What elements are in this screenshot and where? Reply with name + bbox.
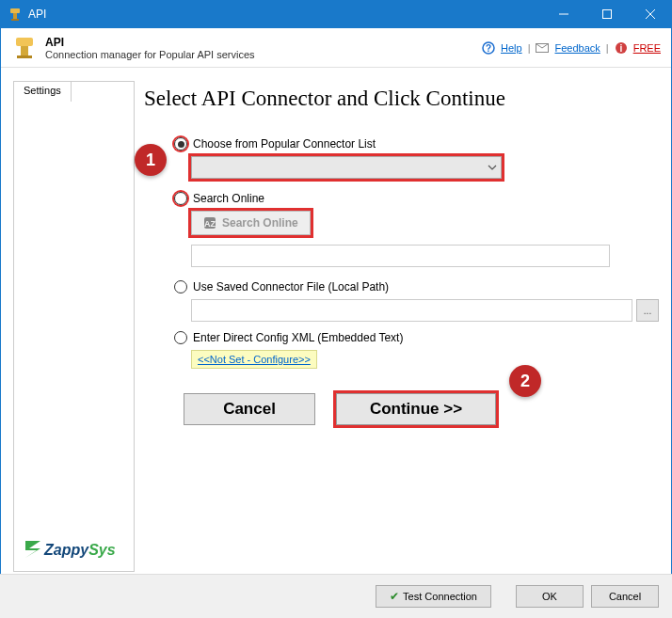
help-link[interactable]: Help (501, 42, 522, 54)
radio-popular-list-label: Choose from Popular Connector List (193, 137, 376, 151)
header-subtitle: Connection manager for Popular API servi… (45, 49, 255, 60)
footer: ✔ Test Connection OK Cancel (0, 574, 672, 618)
chevron-down-icon (488, 165, 497, 170)
help-icon: ? (482, 41, 495, 55)
header: API Connection manager for Popular API s… (0, 28, 672, 68)
svg-rect-9 (17, 55, 32, 58)
svg-text:AZ: AZ (204, 219, 216, 229)
radio-popular-list[interactable] (174, 137, 187, 151)
check-icon: ✔ (390, 590, 399, 603)
svg-rect-0 (10, 8, 20, 13)
test-connection-button[interactable]: ✔ Test Connection (376, 585, 491, 608)
radio-direct-xml-label: Enter Direct Config XML (Embedded Text) (193, 331, 403, 344)
connector-dropdown[interactable] (191, 156, 502, 179)
footer-cancel-button[interactable]: Cancel (591, 585, 659, 608)
saved-file-path-input[interactable] (191, 299, 632, 322)
window-title: API (28, 8, 542, 21)
configure-xml-link[interactable]: <<Not Set - Configure>> (191, 350, 317, 369)
tab-settings[interactable]: Settings (13, 81, 72, 102)
continue-button[interactable]: Continue >> (336, 393, 496, 425)
svg-text:ZappySys: ZappySys (43, 542, 116, 558)
sidebar: Settings ZappySys (13, 81, 135, 572)
radio-saved-file-label: Use Saved Connector File (Local Path) (193, 280, 389, 293)
svg-rect-2 (11, 19, 19, 21)
close-button[interactable] (629, 0, 672, 28)
svg-rect-7 (16, 38, 33, 46)
free-link[interactable]: FREE (633, 42, 661, 54)
search-online-button[interactable]: AZ Search Online (191, 211, 311, 235)
step-badge-2: 2 (509, 365, 541, 397)
cancel-button[interactable]: Cancel (184, 393, 315, 425)
search-online-input[interactable] (191, 245, 610, 267)
radio-search-online[interactable] (174, 192, 187, 205)
ok-button[interactable]: OK (516, 585, 584, 608)
svg-rect-8 (21, 46, 28, 55)
test-connection-label: Test Connection (403, 591, 477, 602)
svg-text:?: ? (486, 43, 491, 54)
svg-rect-1 (13, 13, 17, 19)
search-online-icon: AZ (203, 216, 216, 230)
info-icon: i (615, 41, 628, 55)
radio-saved-file[interactable] (174, 280, 187, 293)
page-title: Select API Connector and Click Continue (142, 87, 659, 111)
feedback-link[interactable]: Feedback (554, 42, 600, 54)
app-icon (8, 7, 23, 22)
minimize-button[interactable] (542, 0, 585, 28)
radio-direct-xml[interactable] (174, 331, 187, 344)
browse-button[interactable]: ... (636, 299, 659, 322)
mail-icon (536, 43, 549, 53)
content: Select API Connector and Click Continue … (142, 81, 659, 572)
search-online-button-label: Search Online (222, 216, 298, 230)
header-title: API (45, 36, 255, 49)
titlebar: API (0, 0, 672, 28)
svg-rect-4 (603, 10, 612, 19)
svg-text:i: i (619, 43, 622, 54)
svg-marker-15 (25, 541, 40, 558)
radio-search-online-label: Search Online (193, 192, 264, 205)
zappysys-logo: ZappySys (24, 537, 122, 562)
maximize-button[interactable] (585, 0, 629, 28)
api-icon (11, 35, 38, 61)
